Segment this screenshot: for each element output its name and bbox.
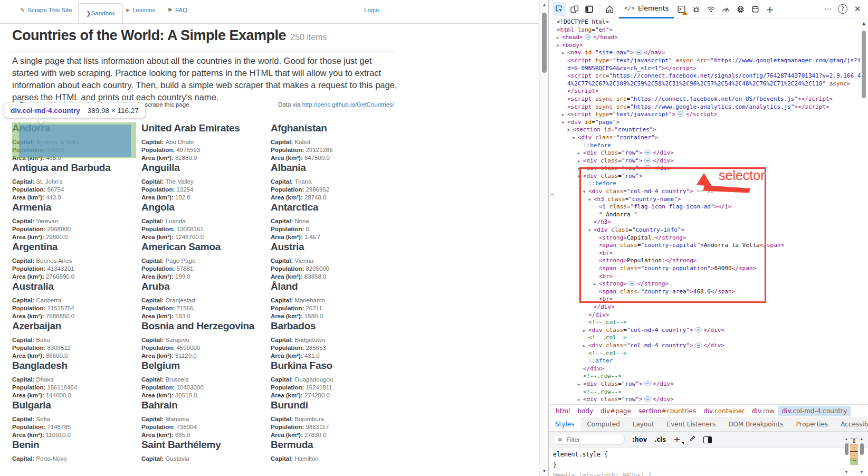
console-warning-icon[interactable] (674, 2, 688, 16)
application-box-icon[interactable] (748, 2, 762, 16)
inline-expand-icon[interactable]: ⋯ (677, 111, 684, 117)
inline-expand-icon[interactable]: ⋯ (644, 158, 651, 163)
inline-expand-icon[interactable]: ⋯ (644, 165, 651, 170)
dom-node-selected[interactable]: ▾<div class="col-md-4 country"> == $0 (549, 188, 868, 196)
inspect-element-icon[interactable] (552, 2, 566, 16)
breadcrumb-item[interactable]: div.row (748, 406, 778, 416)
scroll-up-icon[interactable]: ▲ (859, 437, 865, 441)
dom-node[interactable]: ▾<body> (549, 42, 868, 50)
sidebar-tab-dom-breakpoints[interactable]: DOM Breakpoints (722, 417, 789, 431)
dom-node[interactable]: </div> (549, 311, 868, 319)
expand-caret-icon[interactable]: ▾ (578, 173, 583, 180)
dom-node[interactable]: ▸<head>⋯</head> (549, 34, 868, 42)
dom-node[interactable]: <html lang="en"> (549, 26, 868, 34)
add-tools-icon[interactable]: + (763, 2, 777, 16)
dom-node[interactable]: d=G-09N5RQCFG4&cx=c&_slc=1"></script> (549, 65, 868, 73)
dom-node[interactable]: ▸<div class="row">⋯</div> (549, 157, 868, 165)
home-icon[interactable] (603, 2, 616, 16)
dom-node[interactable]: <span class="country-population">84000</… (549, 265, 868, 273)
dom-node[interactable]: ▸<div class="row">⋯</div> (549, 380, 868, 388)
dom-node[interactable]: <i class="flag-icon flag-icon-ad"></i> (549, 203, 868, 211)
expand-caret-icon[interactable]: ▾ (567, 126, 573, 134)
tree-scrollbar-thumb[interactable] (862, 31, 866, 98)
scrollbar-thumb[interactable] (845, 443, 848, 455)
dom-node[interactable]: <script async src="https://www.google-an… (549, 103, 868, 111)
sidebar-tab-styles[interactable]: Styles (549, 417, 580, 431)
dom-node[interactable]: <script type="text/javascript" async src… (549, 57, 868, 65)
page-scrollbar[interactable]: ▲ ▼ (539, 0, 548, 476)
scroll-down-icon[interactable]: ▼ (859, 470, 865, 474)
network-wifi-icon[interactable] (704, 2, 718, 16)
expand-caret-icon[interactable]: ▸ (578, 165, 583, 173)
dom-node[interactable]: <!--.row--> (549, 373, 868, 380)
expand-caret-icon[interactable]: ▸ (578, 396, 583, 404)
styles-scrollbar[interactable]: ▲ ▼ (843, 437, 850, 474)
dom-node[interactable]: ▸<script type="text/javascript">⋯</scrip… (549, 111, 868, 119)
styles-filter-input[interactable] (565, 436, 609, 443)
scrollbar-thumb[interactable] (860, 443, 864, 455)
close-icon[interactable]: ✕ (851, 2, 864, 16)
expand-caret-icon[interactable]: ▾ (588, 226, 594, 234)
expand-caret-icon[interactable]: ▸ (594, 280, 599, 288)
dom-node[interactable]: ::before (549, 180, 868, 188)
breadcrumb-item[interactable]: div.col-md-4.country (778, 406, 851, 416)
styles-filter[interactable]: ≡ (553, 434, 625, 445)
new-style-rule-button[interactable]: + (673, 434, 680, 444)
dom-node[interactable]: ▾<div class="container"> (549, 134, 868, 142)
scroll-up-icon[interactable]: ▲ (540, 3, 549, 7)
expand-caret-icon[interactable]: ▾ (573, 134, 578, 142)
panel-layout-icon[interactable] (582, 2, 596, 16)
dom-node[interactable]: ▸<div class="col-md-4 country">⋯</div> (549, 327, 868, 335)
expand-caret-icon[interactable]: ▸ (562, 111, 567, 119)
more-icon[interactable]: ⋯ (821, 2, 835, 16)
sidebar-scrollbar[interactable]: ▲ ▼ (859, 437, 865, 474)
dom-node[interactable]: ▸<div class="col-md-4 country">⋯</div> (549, 342, 868, 350)
dom-node[interactable]: ▸<div class="row">⋯</div> (549, 149, 868, 157)
breadcrumb-item[interactable]: div#page (597, 406, 635, 416)
dom-node[interactable]: <script src="https://connect.facebook.ne… (549, 72, 868, 80)
dom-node[interactable]: ▾<div class="row"> (549, 173, 868, 180)
page-scrollbar-thumb[interactable] (542, 13, 547, 73)
dom-node[interactable]: ▾<h3 class="country-name"> (549, 196, 868, 204)
dom-node[interactable]: </script> (549, 88, 868, 96)
dom-node[interactable]: </div> (549, 303, 868, 311)
sidebar-tab-event-listeners[interactable]: Event Listeners (661, 417, 722, 431)
inline-expand-icon[interactable]: ⋯ (628, 281, 635, 286)
dom-node[interactable]: ▾<div class="country-info"> (549, 226, 868, 234)
expand-caret-icon[interactable]: ▸ (562, 49, 567, 57)
dom-node[interactable]: <!--.col--> (549, 350, 868, 358)
performance-gauge-icon[interactable] (719, 2, 732, 16)
toggle-hover-state-button[interactable]: :hov (632, 436, 647, 443)
expand-caret-icon[interactable]: ▾ (557, 42, 562, 50)
inline-expand-icon[interactable]: ⋯ (644, 396, 651, 402)
device-emulation-icon[interactable] (567, 2, 581, 16)
element-style-rule[interactable]: element.style { (553, 451, 608, 458)
dom-node[interactable]: <strong>Population:</strong> (549, 257, 868, 265)
expand-caret-icon[interactable]: ▸ (578, 149, 583, 157)
help-icon[interactable]: ? (836, 2, 850, 16)
dom-node[interactable]: " Andorra " (549, 211, 868, 219)
breadcrumb-item[interactable]: html (552, 406, 574, 416)
inline-expand-icon[interactable]: ⋯ (635, 50, 642, 55)
inline-expand-icon[interactable]: ⋯ (585, 34, 592, 40)
dom-node[interactable]: <span class="country-area">468.0</span> (549, 288, 868, 296)
dom-node[interactable]: ▾<div id="page"> (549, 119, 868, 127)
memory-chip-icon[interactable] (733, 2, 747, 16)
dom-node[interactable]: ::after (549, 357, 868, 365)
expand-caret-icon[interactable]: ▸ (578, 380, 583, 388)
dom-node[interactable]: 4%2C77%2C67%2C109%2C59%2C58%2C31%2C96%2C… (549, 80, 868, 88)
inline-expand-icon[interactable]: ⋯ (644, 381, 651, 386)
expand-caret-icon[interactable]: ▾ (562, 119, 567, 127)
expand-caret-icon[interactable]: ▾ (588, 196, 594, 204)
rendering-brush-icon[interactable] (688, 435, 696, 444)
dom-node[interactable]: <br> (549, 273, 868, 281)
dom-node[interactable]: <!--.col--> (549, 319, 868, 327)
dom-node[interactable]: ::before (549, 142, 868, 150)
sidebar-tab-properties[interactable]: Properties (790, 417, 835, 431)
scroll-down-icon[interactable]: ▼ (843, 470, 850, 474)
expand-caret-icon[interactable]: ▸ (557, 34, 562, 42)
tab-elements[interactable]: </> Elements (619, 0, 674, 18)
issues-bug-icon[interactable] (689, 2, 703, 16)
dom-node[interactable]: </div> (549, 365, 868, 373)
breadcrumb-item[interactable]: section#countries (635, 406, 700, 416)
